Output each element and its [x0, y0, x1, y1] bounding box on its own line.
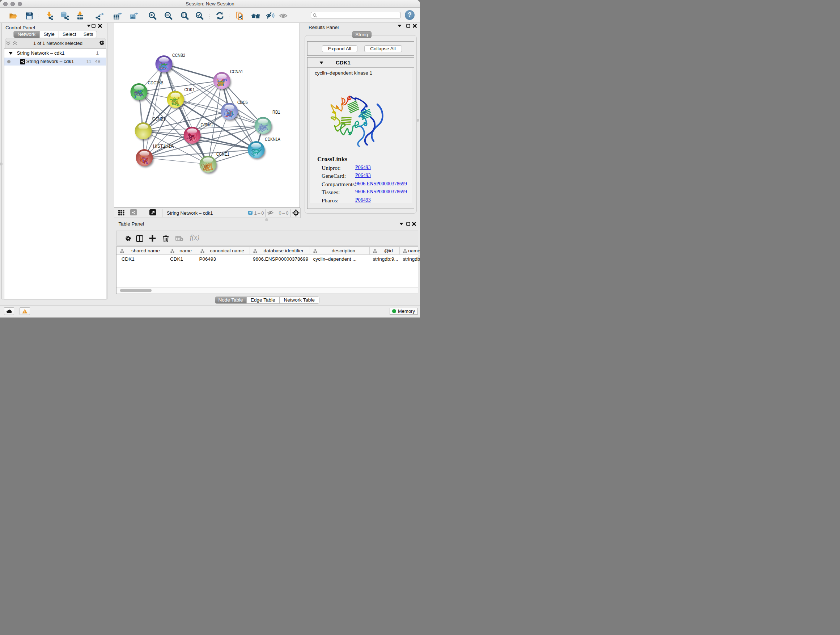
svg-text:CDC6: CDC6 [237, 99, 248, 105]
svg-text:CDC25B: CDC25B [148, 80, 164, 85]
svg-text:CCNA1: CCNA1 [230, 69, 243, 74]
svg-text:CDK1: CDK1 [185, 87, 195, 92]
svg-text:HIST1H1A: HIST1H1A [153, 143, 174, 149]
svg-text:CCNE1: CCNE1 [216, 151, 229, 157]
svg-text:CDKN1A: CDKN1A [265, 136, 280, 142]
svg-text:CCNB1: CCNB1 [153, 116, 166, 121]
svg-text:CCNB2: CCNB2 [172, 52, 185, 58]
svg-text:CCNA2: CCNA2 [201, 122, 214, 127]
svg-text:RB1: RB1 [272, 109, 280, 115]
